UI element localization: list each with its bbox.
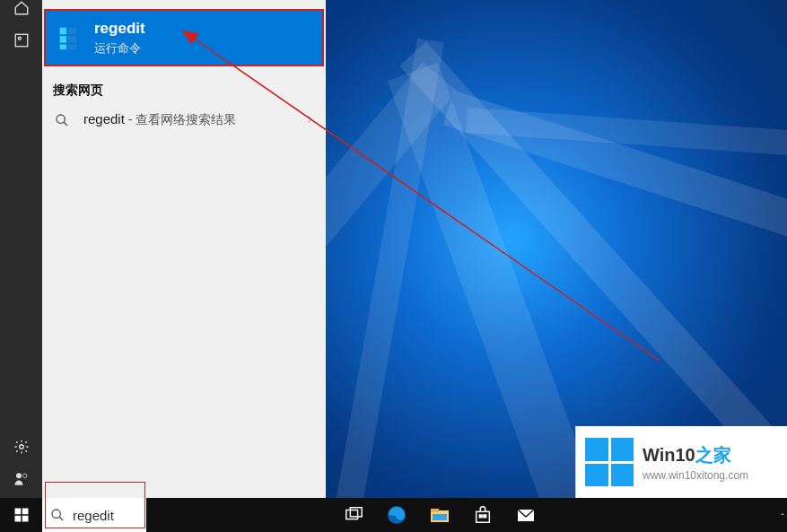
- svg-rect-23: [431, 509, 439, 512]
- home-icon[interactable]: [13, 0, 30, 16]
- svg-point-17: [52, 510, 60, 518]
- svg-rect-6: [60, 36, 67, 43]
- web-header: 搜索网页: [42, 75, 326, 102]
- svg-rect-26: [479, 515, 482, 518]
- taskbar: [0, 498, 787, 532]
- settings-icon[interactable]: [13, 439, 30, 455]
- best-match-subtitle: 运行命令: [94, 40, 145, 57]
- svg-rect-19: [346, 510, 358, 519]
- chevron-right-icon: [304, 112, 315, 128]
- svg-point-1: [18, 37, 21, 39]
- svg-rect-16: [22, 516, 28, 522]
- web-search-result[interactable]: regedit - 查看网络搜索结果: [42, 102, 326, 137]
- svg-rect-10: [68, 45, 76, 50]
- store-icon[interactable]: [471, 503, 494, 527]
- search-rail: [0, 0, 42, 498]
- search-icon: [53, 113, 71, 127]
- search-icon: [42, 508, 73, 522]
- svg-line-12: [64, 122, 67, 126]
- feedback-icon[interactable]: [13, 471, 30, 487]
- search-input[interactable]: [73, 508, 137, 523]
- tray-chevron-icon[interactable]: ˆ: [781, 512, 784, 523]
- watermark-title-main: Win10: [643, 445, 695, 465]
- svg-rect-25: [477, 511, 490, 522]
- watermark-title-suffix: 之家: [695, 445, 731, 465]
- svg-point-11: [57, 115, 65, 123]
- svg-rect-9: [68, 36, 76, 43]
- svg-line-18: [59, 517, 63, 520]
- search-panel: 最佳匹配 regedit 运行命令 搜索网页 regedit - 查看网络搜索结…: [42, 0, 326, 498]
- svg-rect-15: [14, 516, 21, 522]
- svg-rect-27: [484, 515, 486, 518]
- watermark-logo-icon: [585, 438, 634, 486]
- svg-point-3: [16, 473, 22, 478]
- decorative-ray: [466, 108, 787, 189]
- svg-rect-13: [14, 509, 21, 515]
- gallery-icon[interactable]: [13, 32, 30, 48]
- svg-point-2: [19, 445, 23, 449]
- best-match-result[interactable]: regedit 运行命令: [44, 9, 324, 66]
- start-button[interactable]: [0, 498, 42, 532]
- task-view-icon[interactable]: [342, 503, 365, 527]
- svg-rect-7: [60, 45, 67, 50]
- file-explorer-icon[interactable]: [428, 503, 451, 527]
- svg-rect-14: [22, 509, 28, 515]
- watermark-url: www.win10xitong.com: [643, 469, 748, 482]
- web-result-suffix: - 查看网络搜索结果: [125, 112, 236, 126]
- svg-rect-5: [60, 28, 67, 35]
- web-result-title: regedit: [83, 111, 125, 126]
- mail-icon[interactable]: [514, 503, 538, 527]
- search-box[interactable]: [42, 498, 146, 532]
- edge-icon[interactable]: [385, 503, 408, 527]
- svg-rect-8: [68, 28, 76, 35]
- svg-rect-0: [15, 34, 28, 47]
- svg-rect-20: [350, 508, 362, 517]
- best-match-title: regedit: [94, 20, 145, 38]
- regedit-icon: [55, 24, 82, 51]
- svg-rect-24: [433, 514, 447, 520]
- watermark: Win10之家 www.win10xitong.com: [575, 426, 787, 498]
- svg-point-4: [22, 474, 27, 478]
